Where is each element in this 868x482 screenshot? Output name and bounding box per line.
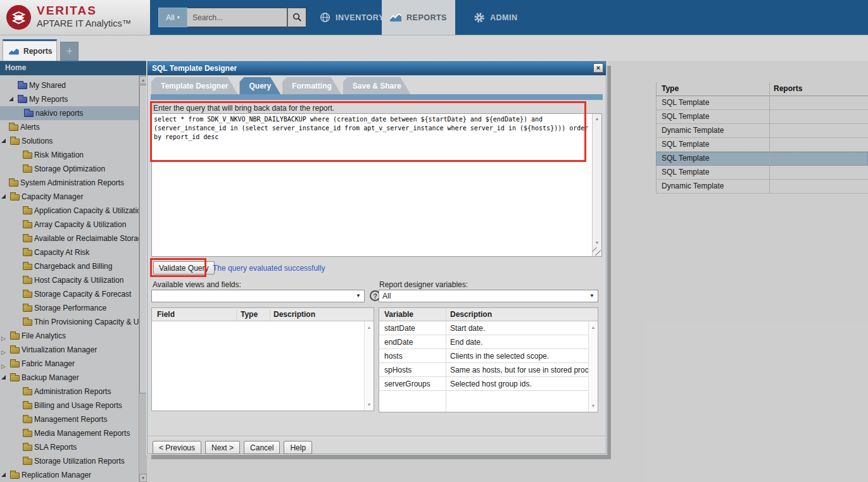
expander-icon[interactable]	[0, 250, 6, 256]
column-type[interactable]: Type	[662, 84, 679, 93]
scroll-up-icon[interactable]: ▲	[589, 325, 598, 330]
tree-item[interactable]: Alerts	[0, 120, 139, 134]
tree-item[interactable]: Fabric Manager	[0, 357, 139, 371]
expander-icon[interactable]	[1, 361, 7, 367]
tree-item[interactable]: Storage Optimization	[0, 162, 139, 176]
expander-icon[interactable]	[0, 278, 6, 283]
expander-icon[interactable]	[0, 264, 6, 269]
table-row[interactable]: SQL Template	[656, 152, 868, 166]
scroll-up-icon[interactable]: ▲	[365, 325, 374, 330]
expander-icon[interactable]	[1, 139, 7, 144]
expander-icon[interactable]	[1, 333, 7, 339]
tree-item[interactable]: Solutions	[0, 134, 139, 148]
tree-item[interactable]: Host Capacity & Utilization	[0, 273, 139, 287]
table-row[interactable]: SQL Template	[656, 110, 868, 124]
expander-icon[interactable]	[1, 347, 7, 353]
expander-icon[interactable]	[0, 236, 6, 242]
scroll-down-icon[interactable]: ▼	[365, 402, 374, 407]
tree-item[interactable]: Storage Performance	[0, 301, 139, 315]
tree-item[interactable]: Available or Reclaimable Storage	[0, 232, 139, 245]
variable-row[interactable]: hosts Clients in the selected scope.	[379, 349, 598, 363]
close-icon[interactable]: ×	[593, 63, 603, 73]
query-scrollbar[interactable]: ▲ ▼	[592, 114, 601, 256]
tree-item[interactable]: Administration Reports	[0, 385, 139, 399]
dialog-button[interactable]: Cancel	[244, 441, 280, 454]
variable-row[interactable]: serverGroups Selected host group ids.	[379, 377, 598, 391]
tree-item[interactable]: My Reports	[0, 92, 139, 106]
dialog-button[interactable]: < Previous	[153, 441, 201, 454]
expander-icon[interactable]	[9, 97, 15, 102]
expander-icon[interactable]	[0, 166, 6, 172]
tree-item[interactable]: Backup Manager	[0, 371, 139, 385]
tree-item[interactable]: nakivo reports	[0, 106, 139, 120]
resize-grip[interactable]	[593, 247, 601, 256]
dialog-title[interactable]: SQL Template Designer	[148, 61, 606, 75]
nav-inventory[interactable]: INVENTORY	[320, 0, 384, 35]
tree-item[interactable]: Capacity Manager	[0, 190, 139, 204]
tree-item[interactable]: Media Management Reports	[0, 426, 139, 440]
sidebar-scrollbar[interactable]: ▲ ▼	[139, 75, 147, 482]
designer-variables-dropdown[interactable]: All ▼	[379, 290, 598, 302]
query-text[interactable]: select * from SDK_V_NKVO_NBR_DAILYBACKUP…	[154, 115, 591, 255]
query-textarea[interactable]: select * from SDK_V_NKVO_NBR_DAILYBACKUP…	[151, 113, 602, 257]
add-tab-button[interactable]: +	[60, 42, 79, 61]
tree-item[interactable]: Thin Provisioning Capacity & Utiliz	[0, 315, 139, 329]
tab-reports[interactable]: Reports	[3, 39, 57, 61]
tree-item[interactable]: File Analytics	[0, 329, 139, 343]
table-row[interactable]: Dynamic Template	[656, 124, 868, 138]
search-button[interactable]	[287, 8, 306, 27]
expander-icon[interactable]	[0, 459, 6, 464]
search-input[interactable]	[187, 8, 287, 27]
tree-item[interactable]: Storage Capacity & Forecast	[0, 287, 139, 301]
variables-table-scrollbar[interactable]: ▲ ▼	[588, 321, 598, 412]
expander-icon[interactable]	[0, 208, 6, 214]
tree-item[interactable]: Replication Manager	[0, 468, 139, 482]
dialog-tab[interactable]: Template Designer	[151, 77, 237, 94]
expander-icon[interactable]	[0, 306, 6, 311]
expander-icon[interactable]	[0, 180, 6, 186]
expander-icon[interactable]	[0, 403, 6, 409]
tree-item[interactable]: SLA Reports	[0, 440, 139, 454]
table-row[interactable]: SQL Template	[656, 166, 868, 180]
scroll-down-icon[interactable]: ▼	[593, 240, 601, 245]
scroll-down-icon[interactable]: ▼	[139, 474, 147, 482]
expander-icon[interactable]	[1, 194, 7, 200]
nav-admin[interactable]: ADMIN	[474, 0, 517, 35]
dialog-tab[interactable]: Save & Share	[343, 77, 411, 94]
variable-row[interactable]: spHosts Same as hosts, but for use in st…	[379, 363, 598, 377]
fields-table-scrollbar[interactable]: ▲ ▼	[364, 321, 374, 411]
tree-item[interactable]: System Administration Reports	[0, 176, 139, 190]
expander-icon[interactable]	[0, 111, 6, 116]
expander-icon[interactable]	[0, 152, 6, 158]
expander-icon[interactable]	[0, 222, 6, 228]
dialog-button[interactable]: Next >	[205, 441, 240, 454]
tree-item[interactable]: Array Capacity & Utilization	[0, 218, 139, 232]
expander-icon[interactable]	[0, 83, 6, 89]
variable-row[interactable]: startDate Start date.	[379, 321, 598, 335]
search-scope-dropdown[interactable]: All ▾	[158, 8, 187, 27]
scroll-up-icon[interactable]: ▲	[139, 76, 147, 84]
table-row[interactable]: SQL Template	[656, 96, 868, 110]
expander-icon[interactable]	[0, 319, 6, 325]
tree-item[interactable]: Billing and Usage Reports	[0, 399, 139, 412]
column-reports[interactable]: Reports	[774, 84, 802, 93]
dialog-button[interactable]: Help	[284, 441, 312, 454]
scroll-down-icon[interactable]: ▼	[589, 404, 598, 408]
expander-icon[interactable]	[0, 125, 6, 130]
table-row[interactable]: SQL Template	[656, 138, 868, 152]
expander-icon[interactable]	[0, 417, 6, 423]
tree-item[interactable]: Capacity At Risk	[0, 245, 139, 259]
tree-item[interactable]: Virtualization Manager	[0, 343, 139, 357]
expander-icon[interactable]	[0, 389, 6, 395]
tree-item[interactable]: Risk Mitigation	[0, 148, 139, 162]
scrollbar-thumb[interactable]	[139, 85, 147, 393]
expander-icon[interactable]	[0, 292, 6, 297]
expander-icon[interactable]	[0, 445, 6, 450]
expander-icon[interactable]	[1, 375, 7, 381]
scroll-up-icon[interactable]: ▲	[593, 116, 601, 121]
validate-query-button[interactable]: Validate Query	[153, 261, 215, 275]
tree-item[interactable]: My Shared	[0, 78, 139, 92]
table-row[interactable]: Dynamic Template	[656, 180, 868, 194]
tree-item[interactable]: Chargeback and Billing	[0, 259, 139, 273]
expander-icon[interactable]	[1, 473, 7, 478]
